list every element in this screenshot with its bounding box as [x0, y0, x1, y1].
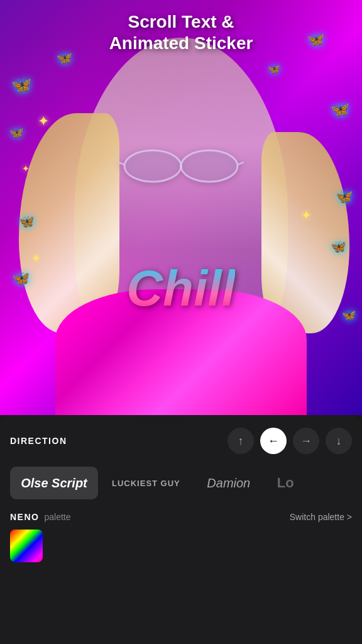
sparkle-1: ✦: [38, 113, 49, 130]
butterfly-8: 🦋: [9, 126, 23, 140]
palette-header: NENO palette Switch palette >: [10, 512, 352, 522]
rainbow-color-picker[interactable]: [10, 530, 43, 562]
color-strip-row: [10, 530, 352, 562]
direction-row: DIRECTION ↑ ← → ↓: [10, 428, 352, 454]
direction-right-button[interactable]: →: [293, 428, 319, 454]
butterfly-10: 🦋: [342, 308, 356, 322]
butterfly-4: 🦋: [331, 101, 349, 118]
glasses: [118, 145, 244, 195]
butterfly-9: 🦋: [19, 214, 35, 229]
sparkle-3: ✦: [31, 252, 41, 265]
chill-text: Chill: [126, 260, 235, 318]
butterfly-1: 🦋: [11, 75, 31, 95]
direction-label: DIRECTION: [10, 436, 221, 446]
font-row: Olse Script LUCKIEST GUY Damion Lo: [10, 467, 352, 499]
svg-point-0: [124, 150, 181, 182]
sparkle-2: ✦: [301, 208, 312, 223]
svg-line-4: [238, 162, 244, 165]
direction-up-button[interactable]: ↑: [228, 428, 254, 454]
sparkle-4: ✦: [22, 164, 30, 174]
font-option-olse-script[interactable]: Olse Script: [10, 467, 98, 499]
butterfly-11: 🦋: [268, 63, 280, 75]
butterfly-5: 🦋: [336, 189, 353, 205]
photo-title: Scroll Text & Animated Sticker: [0, 11, 362, 53]
palette-sub-label: palette: [44, 512, 70, 522]
svg-line-3: [118, 162, 124, 165]
font-option-damion[interactable]: Damion: [194, 467, 263, 499]
butterfly-6: 🦋: [331, 239, 346, 254]
direction-down-button[interactable]: ↓: [326, 428, 352, 454]
font-option-lo[interactable]: Lo: [268, 467, 303, 499]
palette-name: NENO: [10, 512, 39, 522]
butterfly-7: 🦋: [13, 270, 30, 287]
direction-left-button[interactable]: ←: [260, 428, 287, 454]
svg-point-1: [181, 150, 238, 182]
bottom-panel: DIRECTION ↑ ← → ↓ Olse Script LUCKIEST G…: [0, 415, 362, 644]
font-option-luckiest-guy[interactable]: LUCKIEST GUY: [103, 467, 189, 499]
switch-palette-button[interactable]: Switch palette >: [290, 512, 352, 522]
photo-area: Scroll Text & Animated Sticker 🦋 🦋 🦋 🦋 🦋…: [0, 0, 362, 415]
